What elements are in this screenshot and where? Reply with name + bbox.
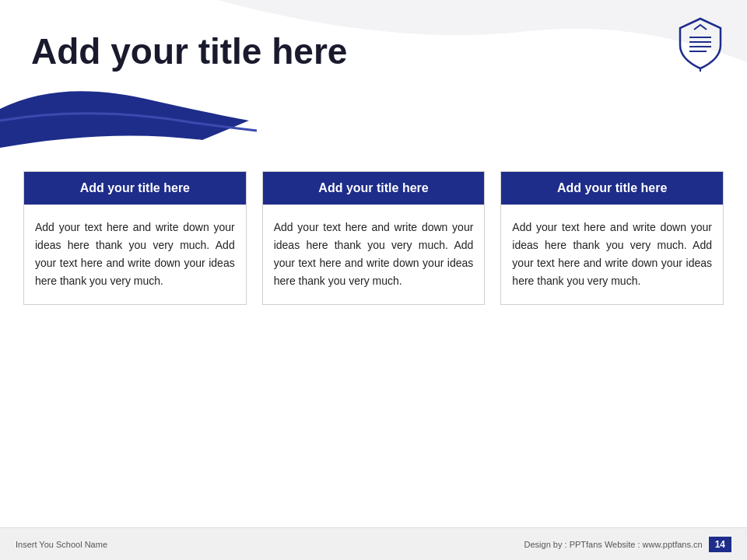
card-2: Add your title here Add your text here a… — [262, 171, 486, 305]
footer-right: Design by : PPTfans Website : www.pptfan… — [524, 537, 731, 552]
card-3: Add your title here Add your text here a… — [500, 171, 724, 305]
card-1-body: Add your text here and write down your i… — [24, 205, 246, 304]
card-1: Add your title here Add your text here a… — [23, 171, 247, 305]
slide: Add your title here Add your title here … — [0, 0, 747, 560]
footer: Insert You School Name Design by : PPTfa… — [0, 527, 747, 560]
card-1-header: Add your title here — [24, 172, 246, 205]
school-logo — [672, 16, 728, 72]
footer-school-name: Insert You School Name — [16, 540, 107, 549]
footer-credit: Design by : PPTfans Website : www.pptfan… — [524, 540, 703, 549]
top-decoration — [0, 0, 747, 148]
card-3-header: Add your title here — [501, 172, 723, 205]
cards-container: Add your title here Add your text here a… — [23, 171, 724, 305]
page-number: 14 — [709, 537, 731, 552]
card-2-body: Add your text here and write down your i… — [263, 205, 485, 304]
main-title: Add your title here — [31, 31, 347, 72]
card-2-header: Add your title here — [263, 172, 485, 205]
card-3-body: Add your text here and write down your i… — [501, 205, 723, 304]
